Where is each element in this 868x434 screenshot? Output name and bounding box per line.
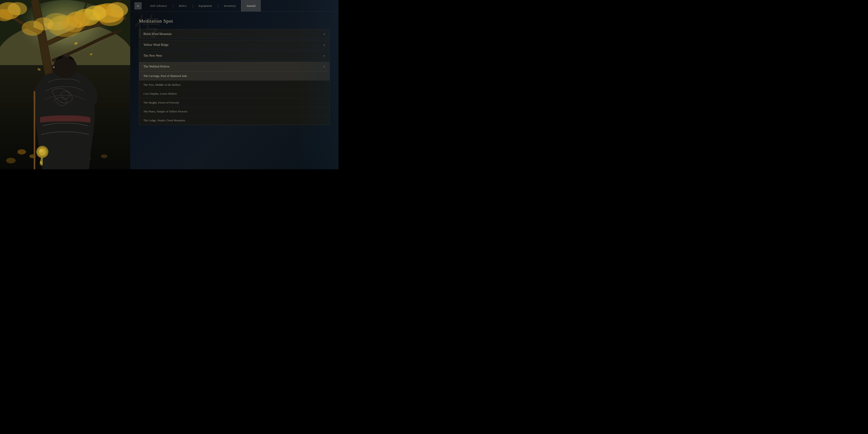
scene-panel (0, 0, 130, 169)
chevron-down-icon: ∨ (323, 54, 325, 58)
svg-point-41 (41, 162, 42, 165)
sub-item-carvings-pool[interactable]: The Carvings, Pool of Shattered Jade (139, 72, 330, 81)
accordion-body-the-webbed-hollow: The Carvings, Pool of Shattered Jade The… (139, 72, 330, 125)
accordion-header-the-new-west[interactable]: The New West ∨ (139, 51, 330, 61)
content-area: Meditation Spot Black Wind Mountain ∨ Ye… (130, 12, 339, 169)
section-title: Meditation Spot (139, 18, 330, 24)
sub-item-cave-depths[interactable]: Cave Depths, Lower Hollow (139, 89, 330, 98)
nav-equipment[interactable]: Equipment (193, 0, 217, 11)
controller-icon: LI (134, 2, 142, 9)
accordion-black-wind-mountain: Black Wind Mountain ∨ (139, 29, 330, 39)
svg-point-26 (6, 158, 16, 163)
svg-point-31 (64, 54, 69, 57)
svg-point-23 (18, 149, 26, 155)
sub-item-pines-temple[interactable]: The Pines, Temple of Yellow Flowers (139, 107, 330, 116)
nav-sep-2: | (192, 4, 193, 8)
svg-point-28 (101, 154, 107, 158)
accordion-container: Black Wind Mountain ∨ Yellow Wind Ridge … (139, 29, 330, 125)
chevron-up-icon: ∧ (323, 65, 325, 68)
scene-svg (0, 0, 130, 169)
sub-item-ledge-purple[interactable]: The Ledge, Purple Cloud Mountain (139, 116, 330, 125)
sub-item-height-forest[interactable]: The Height, Forest of Ferocity (139, 98, 330, 107)
nav-bar: LI Self-Advance | Relics | Equipment | I… (130, 0, 339, 12)
svg-point-16 (62, 16, 86, 32)
ui-panel: 传 LI Self-Advance | Relics | Equipment |… (130, 0, 339, 169)
accordion-header-the-webbed-hollow[interactable]: The Webbed Hollow ∧ (139, 62, 330, 72)
nav-self-advance[interactable]: Self-Advance (145, 0, 172, 11)
svg-point-36 (39, 149, 43, 153)
sub-item-tree-middle[interactable]: The Tree, Middle of the Hollow (139, 81, 330, 89)
nav-inventory[interactable]: Inventory (219, 0, 241, 11)
svg-rect-43 (34, 91, 35, 169)
svg-point-32 (53, 66, 55, 68)
accordion-header-black-wind-mountain[interactable]: Black Wind Mountain ∨ (139, 29, 330, 39)
accordion-the-new-west: The New West ∨ (139, 51, 330, 61)
nav-relics[interactable]: Relics (174, 0, 192, 11)
svg-point-18 (34, 18, 53, 30)
nav-journal[interactable]: Journal (241, 0, 261, 11)
chevron-down-icon: ∨ (323, 43, 325, 46)
accordion-yellow-wind-ridge: Yellow Wind Ridge ∨ (139, 40, 330, 50)
nav-sep-1: | (172, 4, 174, 8)
accordion-header-yellow-wind-ridge[interactable]: Yellow Wind Ridge ∨ (139, 40, 330, 50)
chevron-down-icon: ∨ (323, 33, 325, 36)
nav-sep-3: | (217, 4, 219, 8)
accordion-the-webbed-hollow: The Webbed Hollow ∧ The Carvings, Pool o… (139, 62, 330, 125)
